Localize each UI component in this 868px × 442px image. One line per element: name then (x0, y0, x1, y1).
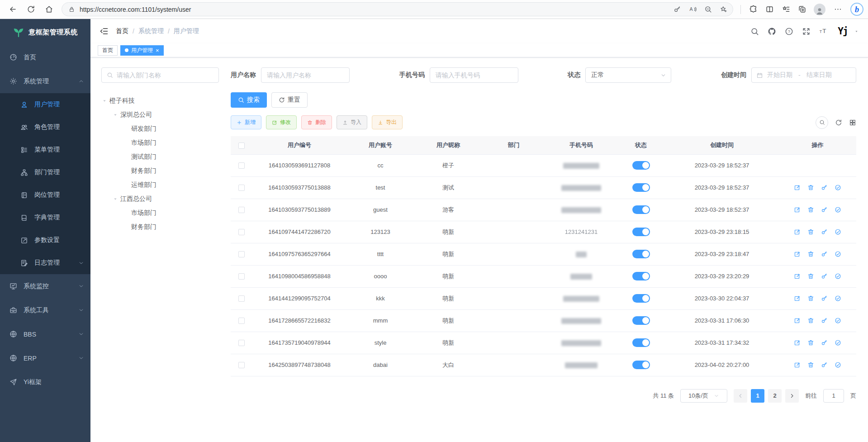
back-icon[interactable] (5, 2, 21, 17)
status-toggle[interactable] (632, 361, 650, 369)
check-circle-icon[interactable] (835, 295, 841, 302)
user-avatar[interactable]: Yj (835, 24, 850, 39)
grid-tool-icon[interactable] (849, 119, 856, 126)
trash-icon[interactable] (807, 228, 814, 235)
edit-icon[interactable] (794, 273, 801, 280)
check-circle-icon[interactable] (835, 251, 841, 257)
tree-node-0[interactable]: 橙子科技 (101, 94, 219, 108)
sidebar-fold-icon[interactable] (100, 27, 109, 36)
question-icon[interactable]: ? (785, 27, 793, 36)
import-button[interactable]: 导入 (337, 115, 367, 129)
sidebar-item-11[interactable]: 系统工具 (0, 298, 90, 322)
sidebar-item-8[interactable]: 参数设置 (0, 229, 90, 252)
split-screen-icon[interactable] (762, 2, 777, 17)
check-circle-icon[interactable] (835, 273, 841, 280)
status-toggle[interactable] (632, 250, 650, 258)
trash-icon[interactable] (807, 361, 814, 368)
column-header-7[interactable]: 操作 (779, 136, 856, 154)
check-circle-icon[interactable] (835, 206, 841, 213)
sidebar-item-14[interactable]: Yi框架 (0, 370, 90, 394)
sidebar-item-1[interactable]: 系统管理 (0, 69, 90, 93)
bing-chat-icon[interactable]: b (850, 3, 863, 16)
search-tool-icon[interactable] (816, 116, 828, 129)
close-icon[interactable]: × (156, 48, 159, 53)
status-select[interactable]: 正常 (585, 67, 671, 83)
sidebar-item-0[interactable]: 首页 (0, 45, 90, 69)
edit-icon[interactable] (794, 317, 801, 324)
check-circle-icon[interactable] (835, 339, 841, 346)
home-icon[interactable] (41, 2, 57, 17)
sidebar-item-9[interactable]: 日志管理 (0, 252, 90, 274)
trash-icon[interactable] (807, 251, 814, 257)
tree-node-4[interactable]: 测试部门 (101, 150, 219, 164)
column-header-1[interactable]: 用户账号 (346, 136, 414, 154)
sidebar-item-3[interactable]: 角色管理 (0, 116, 90, 138)
row-checkbox[interactable] (238, 362, 245, 368)
tree-node-3[interactable]: 市场部门 (101, 136, 219, 150)
zoom-out-icon[interactable] (701, 2, 715, 17)
key-icon[interactable] (821, 206, 828, 213)
tree-node-8[interactable]: 市场部门 (101, 206, 219, 220)
url-text[interactable]: https://ccnetcore.com:1101/system/user (80, 6, 666, 13)
breadcrumb-item-0[interactable]: 首页 (116, 27, 128, 35)
collections-icon[interactable] (794, 2, 810, 17)
edit-icon[interactable] (794, 361, 801, 368)
status-toggle[interactable] (632, 272, 650, 280)
key-icon[interactable] (821, 184, 828, 191)
sidebar-item-10[interactable]: 系统监控 (0, 274, 90, 298)
page-button-1[interactable]: 1 (751, 389, 764, 403)
key-icon[interactable] (821, 228, 828, 235)
column-header-5[interactable]: 状态 (617, 136, 665, 154)
tree-node-6[interactable]: 运维部门 (101, 178, 219, 192)
phone-input[interactable] (430, 67, 518, 83)
tree-node-9[interactable]: 财务部门 (101, 220, 219, 234)
edit-icon[interactable] (794, 251, 801, 257)
key-icon[interactable] (670, 2, 684, 17)
tab-1[interactable]: 用户管理 × (120, 45, 164, 56)
breadcrumb-item-2[interactable]: 用户管理 (174, 27, 199, 35)
key-icon[interactable] (821, 273, 828, 280)
column-header-2[interactable]: 用户昵称 (414, 136, 482, 154)
status-toggle[interactable] (632, 161, 650, 170)
reset-button[interactable]: 重置 (271, 92, 308, 108)
address-bar[interactable]: https://ccnetcore.com:1101/system/user A (62, 2, 733, 16)
edit-icon[interactable] (794, 228, 801, 235)
app-logo[interactable]: 意框架管理系统 (0, 19, 90, 45)
add-button[interactable]: 新增 (231, 115, 261, 129)
row-checkbox[interactable] (238, 295, 245, 302)
export-button[interactable]: 导出 (372, 115, 403, 129)
refresh-icon[interactable] (23, 2, 39, 17)
row-checkbox[interactable] (238, 251, 245, 257)
column-header-6[interactable]: 创建时间 (665, 136, 779, 154)
sidebar-item-13[interactable]: ERP (0, 346, 90, 370)
column-header-0[interactable]: 用户编号 (252, 136, 346, 154)
edit-icon[interactable] (794, 339, 801, 346)
font-size-icon[interactable]: TT (819, 27, 828, 36)
browser-more-icon[interactable] (830, 2, 846, 17)
status-toggle[interactable] (632, 228, 650, 236)
row-checkbox[interactable] (238, 185, 245, 191)
github-icon[interactable] (768, 27, 776, 36)
row-checkbox[interactable] (238, 229, 245, 235)
extensions-icon[interactable] (745, 2, 761, 17)
delete-button[interactable]: 删除 (301, 115, 332, 129)
trash-icon[interactable] (807, 317, 814, 324)
prev-page-button[interactable] (734, 389, 747, 403)
status-toggle[interactable] (632, 294, 650, 303)
sidebar-item-12[interactable]: BBS (0, 322, 90, 346)
tree-node-2[interactable]: 研发部门 (101, 122, 219, 136)
trash-icon[interactable] (807, 273, 814, 280)
column-header-3[interactable]: 部门 (482, 136, 545, 154)
trash-icon[interactable] (807, 206, 814, 213)
key-icon[interactable] (821, 251, 828, 257)
row-checkbox[interactable] (238, 162, 245, 169)
check-circle-icon[interactable] (835, 228, 841, 235)
tree-node-5[interactable]: 财务部门 (101, 164, 219, 178)
row-checkbox[interactable] (238, 340, 245, 346)
status-toggle[interactable] (632, 316, 650, 325)
fullscreen-icon[interactable] (802, 27, 811, 36)
status-toggle[interactable] (632, 205, 650, 214)
star-plus-icon[interactable] (716, 2, 730, 17)
edit-icon[interactable] (794, 295, 801, 302)
page-size-select[interactable]: 10条/页 (680, 389, 727, 403)
